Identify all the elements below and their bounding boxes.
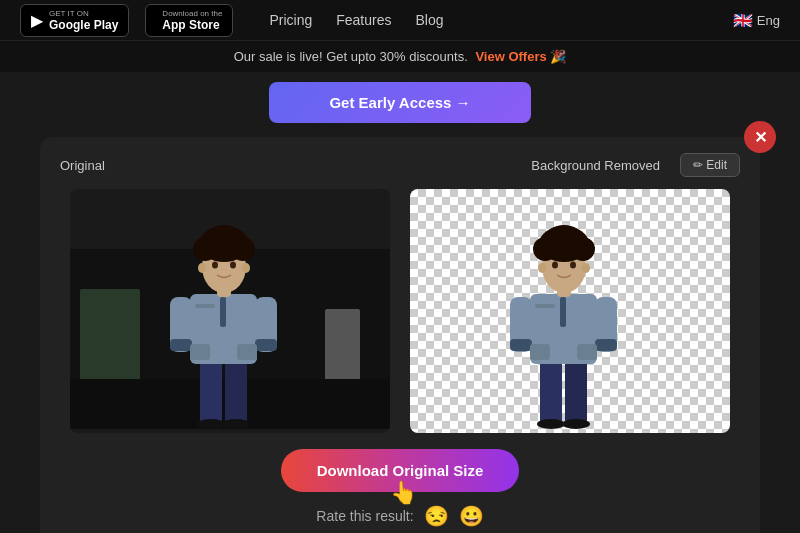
svg-point-47 bbox=[552, 262, 558, 269]
svg-rect-29 bbox=[565, 359, 587, 424]
app-store-text: Download on the App Store bbox=[162, 9, 222, 32]
early-access-area: Get Early Access → bbox=[0, 72, 800, 137]
labels-row: Original Background Removed ✏ Edit bbox=[60, 153, 740, 177]
language-selector[interactable]: 🇬🇧 Eng bbox=[733, 11, 780, 30]
flag-icon: 🇬🇧 bbox=[733, 11, 753, 30]
google-play-button[interactable]: ▶ GET IT ON Google Play bbox=[20, 4, 129, 37]
view-offers-link[interactable]: View Offers bbox=[475, 49, 546, 64]
svg-point-24 bbox=[212, 262, 218, 269]
thumbs-up-button[interactable]: 😀 bbox=[459, 504, 484, 528]
bg-removed-label: Background Removed bbox=[531, 158, 660, 173]
google-play-text: GET IT ON Google Play bbox=[49, 9, 118, 32]
svg-point-31 bbox=[562, 419, 590, 429]
blog-link[interactable]: Blog bbox=[415, 12, 443, 28]
download-area: Download Original Size 👆 Rate this resul… bbox=[60, 449, 740, 528]
app-store-button[interactable]: Download on the App Store bbox=[145, 4, 233, 37]
close-icon: ✕ bbox=[754, 128, 767, 147]
svg-rect-17 bbox=[237, 344, 257, 360]
svg-rect-33 bbox=[560, 297, 566, 327]
svg-point-50 bbox=[582, 263, 590, 273]
svg-rect-2 bbox=[80, 289, 140, 389]
svg-rect-5 bbox=[200, 359, 222, 424]
svg-point-8 bbox=[222, 419, 250, 429]
edit-button[interactable]: ✏ Edit bbox=[680, 153, 740, 177]
original-image-panel bbox=[70, 189, 390, 433]
label-right: Background Removed ✏ Edit bbox=[531, 153, 740, 177]
original-person-svg bbox=[70, 189, 390, 429]
pricing-link[interactable]: Pricing bbox=[269, 12, 312, 28]
svg-point-26 bbox=[198, 263, 206, 273]
features-link[interactable]: Features bbox=[336, 12, 391, 28]
bg-removed-person-svg bbox=[410, 189, 730, 429]
rate-label: Rate this result: bbox=[316, 508, 413, 524]
download-label: Download Original Size bbox=[317, 462, 484, 479]
sale-text: Our sale is live! Get upto 30% discounts… bbox=[234, 49, 468, 64]
svg-rect-36 bbox=[510, 339, 532, 351]
svg-point-25 bbox=[230, 262, 236, 269]
nav-links: Pricing Features Blog bbox=[269, 12, 443, 28]
svg-point-48 bbox=[570, 262, 576, 269]
svg-point-49 bbox=[538, 263, 546, 273]
early-access-label: Get Early Access → bbox=[329, 94, 470, 111]
sale-banner: Our sale is live! Get upto 30% discounts… bbox=[0, 40, 800, 72]
svg-rect-40 bbox=[577, 344, 597, 360]
download-button[interactable]: Download Original Size bbox=[281, 449, 520, 492]
language-label: Eng bbox=[757, 13, 780, 28]
svg-rect-15 bbox=[255, 339, 277, 351]
top-nav: ▶ GET IT ON Google Play Download on the … bbox=[0, 0, 800, 40]
original-label: Original bbox=[60, 158, 105, 173]
svg-rect-6 bbox=[225, 359, 247, 424]
svg-rect-3 bbox=[325, 309, 360, 389]
banner-emoji: 🎉 bbox=[550, 49, 566, 64]
svg-rect-39 bbox=[530, 344, 550, 360]
svg-point-23 bbox=[206, 225, 242, 249]
close-button[interactable]: ✕ bbox=[744, 121, 776, 153]
images-row bbox=[60, 189, 740, 433]
rate-row: Rate this result: 😒 😀 bbox=[316, 504, 483, 528]
svg-point-27 bbox=[242, 263, 250, 273]
early-access-button[interactable]: Get Early Access → bbox=[269, 82, 530, 123]
svg-rect-38 bbox=[595, 339, 617, 351]
thumbs-down-icon: 😒 bbox=[424, 505, 449, 527]
thumbs-up-icon: 😀 bbox=[459, 505, 484, 527]
google-play-icon: ▶ bbox=[31, 11, 43, 30]
svg-rect-13 bbox=[170, 339, 192, 351]
svg-rect-34 bbox=[535, 304, 555, 308]
svg-point-30 bbox=[537, 419, 565, 429]
thumbs-down-button[interactable]: 😒 bbox=[424, 504, 449, 528]
edit-label: ✏ Edit bbox=[693, 158, 727, 172]
svg-rect-16 bbox=[190, 344, 210, 360]
bg-removed-image-panel bbox=[410, 189, 730, 433]
svg-point-7 bbox=[197, 419, 225, 429]
svg-point-46 bbox=[546, 225, 582, 249]
svg-rect-11 bbox=[195, 304, 215, 308]
svg-rect-10 bbox=[220, 297, 226, 327]
svg-rect-28 bbox=[540, 359, 562, 424]
main-content-panel: ✕ Original Background Removed ✏ Edit bbox=[40, 137, 760, 533]
